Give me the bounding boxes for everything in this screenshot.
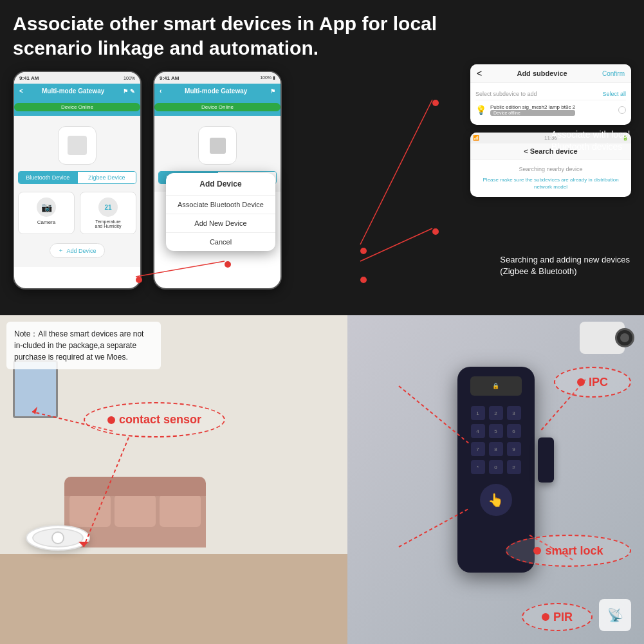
cushion-1 — [69, 495, 111, 527]
svg-line-1 — [360, 100, 432, 244]
bottom-right: 🔒 1 2 3 4 5 6 7 8 9 * 0 # 👆 — [347, 315, 644, 644]
phone1-status-bar: 9:41 AM 100% — [14, 72, 140, 84]
add-subdevice-screenshot: < Add subdevice Confirm Select subdevice… — [470, 64, 631, 125]
search-body: Searching nearby device Please make sure… — [470, 160, 631, 197]
smart-lock-text: smart lock — [545, 544, 603, 558]
select-label: Select subdevice to add — [475, 91, 537, 97]
bottom-section: Note：All these smart devices are not in-… — [0, 315, 644, 644]
phone2-time: 9:41 AM — [160, 75, 179, 81]
dot1 — [136, 277, 142, 283]
lock-bar-text: 🔒 — [492, 383, 499, 389]
phone1-battery: 100% — [124, 76, 135, 80]
key-9[interactable]: 9 — [507, 442, 521, 456]
phone1-icons: ⚑ ✎ — [123, 88, 135, 95]
searching-callout-text: Searching and adding new devices(Zigbee … — [500, 255, 630, 276]
key-5[interactable]: 5 — [489, 424, 503, 438]
search-status-left: 📶 — [473, 135, 479, 141]
key-0[interactable]: 0 — [489, 460, 503, 474]
add-subdevice-header: < Add subdevice Confirm — [470, 64, 631, 83]
keypad-grid: 1 2 3 4 5 6 7 8 9 * 0 # — [471, 406, 521, 474]
phone1-gateway-icon — [58, 126, 97, 165]
top-section: Associate other smart devices in App for… — [0, 0, 644, 315]
note-box: Note：All these smart devices are not in-… — [6, 322, 161, 369]
contact-sensor-dot — [107, 416, 115, 424]
temp-label: Temperatureand Humidity — [83, 219, 133, 228]
dot3 — [225, 261, 231, 268]
key-1[interactable]: 1 — [471, 406, 485, 420]
main-title: Associate other smart devices in App for… — [13, 12, 437, 60]
contact-sensor-label: contact sensor — [84, 402, 225, 437]
phone1-header: < Multi-mode Gateway ⚑ ✎ — [14, 84, 140, 98]
phone2-back[interactable]: ‹ — [160, 87, 161, 95]
searching-text: Searching nearby device — [477, 166, 625, 172]
phone2-icons: ⚑ — [270, 88, 275, 95]
note-text: Note：All these smart devices are not in-… — [14, 329, 143, 362]
add-icon: ＋ — [58, 246, 64, 255]
bottom-left: Note：All these smart devices are not in-… — [0, 315, 347, 644]
dot7 — [432, 228, 439, 235]
phone2-gateway-icon — [198, 126, 237, 165]
phone1-time: 9:41 AM — [19, 75, 39, 81]
camera-label: Camera — [21, 219, 71, 225]
phone1: 9:41 AM 100% < Multi-mode Gateway ⚑ ✎ De… — [13, 71, 142, 290]
smart-lock-dot — [533, 547, 541, 555]
phone1-device-status: Device Online — [14, 103, 140, 111]
device-offline-badge: Device offline — [490, 110, 575, 116]
ipc-camera — [573, 322, 631, 367]
dot6 — [432, 100, 439, 106]
add-label: Add Device — [66, 248, 96, 254]
robot-vacuum — [26, 525, 90, 551]
phone2-device-status: Device Online — [154, 103, 281, 111]
contact-sensor-text: contact sensor — [119, 413, 201, 427]
phone2-header: ‹ Multi-mode Gateway ⚑ — [154, 84, 281, 98]
popup-associate-bt[interactable]: Associate Bluetooth Device — [166, 196, 275, 214]
callout-searching: Searching and adding new devices(Zigbee … — [500, 254, 630, 277]
device-info: Public edition sig_mesh2 lamp bt8c 2 Dev… — [490, 104, 575, 116]
camera-lens — [615, 328, 634, 347]
svg-line-2 — [360, 228, 432, 261]
subdevice-label-row: Select subdevice to add Select all — [475, 88, 626, 100]
key-hash[interactable]: # — [507, 460, 521, 474]
smart-lock-label: smart lock — [506, 535, 631, 567]
ipc-label: IPC — [554, 367, 631, 398]
key-6[interactable]: 6 — [507, 424, 521, 438]
select-all-btn[interactable]: Select all — [602, 91, 626, 97]
phone1-body: Bluetooth Device Zigbee Device 📷 Camera … — [14, 116, 140, 267]
pir-dot — [542, 613, 549, 621]
phone1-add-device-btn[interactable]: ＋ Add Device — [50, 243, 104, 258]
popup-cancel[interactable]: Cancel — [166, 233, 275, 251]
key-8[interactable]: 8 — [489, 442, 503, 456]
phone1-temp-card: 21 Temperatureand Humidity — [80, 192, 136, 234]
callout-bluetooth: Associate with localBluetooth devices — [551, 129, 630, 153]
bluetooth-callout-text: Associate with localBluetooth devices — [551, 129, 630, 152]
phone1-back[interactable]: < — [19, 87, 23, 95]
sofa-back — [64, 477, 206, 496]
subdevice-back-btn[interactable]: < — [477, 68, 482, 78]
key-4[interactable]: 4 — [471, 424, 485, 438]
phone1-tab-bluetooth[interactable]: Bluetooth Device — [19, 172, 78, 183]
key-2[interactable]: 2 — [489, 406, 503, 420]
search-back-btn[interactable]: < — [524, 147, 528, 155]
lock-top-bar: 🔒 — [470, 376, 522, 396]
phone1-title: Multi-mode Gateway — [42, 87, 104, 95]
key-3[interactable]: 3 — [507, 406, 521, 420]
lens-inner — [620, 333, 629, 342]
phones-area: 9:41 AM 100% < Multi-mode Gateway ⚑ ✎ De… — [13, 71, 282, 290]
temp-icon: 21 — [98, 198, 118, 217]
popup-add-new[interactable]: Add New Device — [166, 214, 275, 233]
device-name: Public edition sig_mesh2 lamp bt8c 2 — [490, 104, 575, 110]
cushion-2 — [115, 495, 156, 527]
camera-body — [580, 322, 625, 354]
key-7[interactable]: 7 — [471, 442, 485, 456]
pir-text: PIR — [553, 611, 573, 624]
key-star[interactable]: * — [471, 460, 485, 474]
phone1-tabs: Bluetooth Device Zigbee Device — [18, 171, 136, 184]
dot4 — [360, 277, 367, 283]
vacuum-center — [51, 531, 64, 544]
subdevice-confirm[interactable]: Confirm — [602, 70, 625, 77]
phone2-battery: 100% ▮ — [260, 75, 275, 80]
sensor-icon: 📡 — [599, 599, 631, 631]
device-row: 💡 Public edition sig_mesh2 lamp bt8c 2 D… — [475, 100, 626, 120]
phone1-tab-zigbee[interactable]: Zigbee Device — [78, 172, 136, 183]
fingerprint-icon: 👆 — [488, 492, 504, 508]
